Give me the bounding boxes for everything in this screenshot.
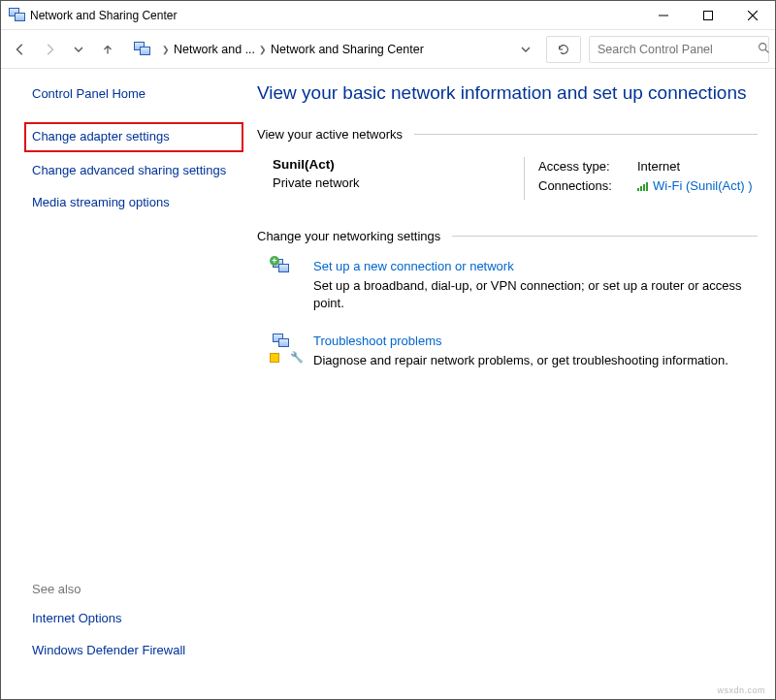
sidebar-item-label: Change advanced sharing settings: [32, 163, 226, 177]
window-title: Network and Sharing Center: [30, 9, 641, 22]
svg-rect-7: [640, 186, 642, 191]
network-details: Access type: Internet Connections:: [525, 157, 753, 200]
close-button[interactable]: [730, 1, 775, 29]
titlebar: Network and Sharing Center: [1, 1, 775, 30]
section-label: View your active networks: [257, 127, 403, 142]
minimize-button[interactable]: [641, 1, 686, 29]
network-name: Sunil(Act): [273, 157, 524, 172]
sidebar-item-adapter-settings[interactable]: Change adapter settings: [24, 122, 243, 152]
watermark: wsxdn.com: [717, 685, 765, 695]
address-dropdown-button[interactable]: [513, 45, 538, 54]
network-type: Private network: [273, 175, 524, 190]
access-type-value: Internet: [637, 157, 680, 177]
see-also-heading: See also: [32, 582, 236, 596]
svg-point-4: [760, 43, 766, 49]
sidebar-bottom: See also Internet Options Windows Defend…: [32, 582, 236, 684]
connections-label: Connections:: [538, 176, 628, 199]
svg-rect-9: [646, 182, 648, 191]
up-button[interactable]: [94, 36, 121, 63]
window: Network and Sharing Center: [0, 0, 776, 700]
troubleshoot-icon: 🔧: [273, 334, 300, 361]
divider: [414, 134, 758, 135]
option-desc: Diagnose and repair network problems, or…: [313, 352, 728, 369]
connection-name: Wi-Fi (Sunil(Act) ): [653, 178, 753, 193]
body: Control Panel Home Change adapter settin…: [1, 69, 775, 699]
option-title: Troubleshoot problems: [313, 334, 728, 348]
see-also-label: Windows Defender Firewall: [32, 643, 185, 657]
new-connection-icon: +: [273, 259, 300, 286]
breadcrumb-segment[interactable]: Network and ...: [174, 43, 255, 56]
navbar: ❯ Network and ... ❯ Network and Sharing …: [1, 30, 775, 69]
section-label: Change your networking settings: [257, 229, 440, 243]
sidebar: Control Panel Home Change adapter settin…: [1, 69, 251, 699]
divider: [452, 236, 758, 237]
forward-button[interactable]: [36, 36, 63, 63]
recent-locations-button[interactable]: [65, 36, 92, 63]
svg-rect-6: [637, 188, 639, 191]
svg-line-5: [765, 49, 768, 52]
active-network: Sunil(Act) Private network Access type: …: [257, 157, 758, 200]
search-icon: [758, 42, 770, 57]
sidebar-item-media-streaming[interactable]: Media streaming options: [32, 194, 236, 212]
search-input[interactable]: [596, 42, 752, 57]
app-icon: [9, 8, 24, 23]
back-button[interactable]: [7, 36, 34, 63]
sidebar-item-advanced-sharing[interactable]: Change advanced sharing settings: [32, 162, 236, 180]
option-new-connection[interactable]: + Set up a new connection or network Set…: [257, 259, 758, 312]
sidebar-item-label: Media streaming options: [32, 195, 170, 209]
page-title: View your basic network information and …: [257, 80, 758, 106]
svg-rect-8: [643, 184, 645, 191]
option-troubleshoot[interactable]: 🔧 Troubleshoot problems Diagnose and rep…: [257, 334, 758, 369]
wifi-signal-icon: [637, 178, 650, 199]
refresh-button[interactable]: [546, 36, 581, 63]
section-active-networks: View your active networks: [257, 127, 758, 142]
network-identity: Sunil(Act) Private network: [273, 157, 525, 200]
connection-link[interactable]: Wi-Fi (Sunil(Act) ): [637, 176, 753, 199]
section-change-settings: Change your networking settings: [257, 229, 758, 243]
see-also-internet-options[interactable]: Internet Options: [32, 610, 236, 628]
svg-rect-1: [704, 11, 713, 19]
chevron-right-icon: ❯: [162, 45, 170, 54]
see-also-defender-firewall[interactable]: Windows Defender Firewall: [32, 642, 236, 660]
sidebar-home[interactable]: Control Panel Home: [32, 86, 236, 101]
search-box[interactable]: [589, 36, 769, 63]
option-title: Set up a new connection or network: [313, 259, 758, 273]
access-type-label: Access type:: [538, 157, 628, 177]
option-desc: Set up a broadband, dial-up, or VPN conn…: [313, 277, 758, 312]
main-panel: View your basic network information and …: [251, 69, 775, 699]
maximize-button[interactable]: [686, 1, 730, 29]
chevron-right-icon: ❯: [259, 45, 267, 54]
window-controls: [641, 1, 775, 29]
address-icon: [133, 40, 152, 59]
sidebar-item-label: Change adapter settings: [32, 129, 170, 143]
breadcrumb-segment[interactable]: Network and Sharing Center: [271, 43, 424, 56]
see-also-label: Internet Options: [32, 611, 122, 625]
breadcrumb[interactable]: ❯ Network and ... ❯ Network and Sharing …: [158, 43, 511, 56]
